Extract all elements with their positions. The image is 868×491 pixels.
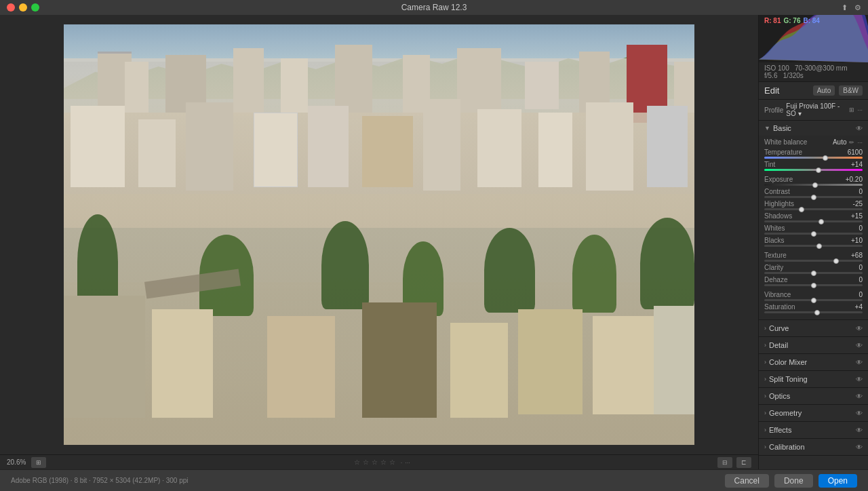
done-button[interactable]: Done xyxy=(774,474,813,488)
temperature-value: 6100 xyxy=(848,149,863,156)
split-toning-section[interactable]: › Split Toning 👁 xyxy=(759,371,868,388)
vibrance-label: Vibrance xyxy=(764,291,791,298)
geometry-eye-icon[interactable]: 👁 xyxy=(856,410,863,417)
main-area: 20.6% ⊞ ☆ ☆ ☆ ☆ ☆ · ··· ⊟ ⊏ R: 81 G: xyxy=(0,15,868,469)
dehaze-thumb[interactable] xyxy=(811,283,816,288)
shadows-label-row: Shadows +15 xyxy=(764,212,863,220)
saturation-thumb[interactable] xyxy=(814,310,820,315)
edit-title: Edit xyxy=(764,85,779,96)
clarity-thumb[interactable] xyxy=(811,271,816,276)
wb-value[interactable]: Auto xyxy=(833,138,847,146)
contrast-track[interactable] xyxy=(764,196,863,198)
star-1[interactable]: ☆ xyxy=(354,458,360,466)
detail-section[interactable]: › Detail 👁 xyxy=(759,337,868,354)
tint-label: Tint xyxy=(764,161,775,168)
texture-thumb[interactable] xyxy=(833,258,839,264)
contrast-value: 0 xyxy=(859,188,863,195)
separator: · xyxy=(401,459,403,466)
minimize-button[interactable] xyxy=(19,3,27,12)
curve-section-title: Curve xyxy=(769,324,789,332)
calibration-eye-icon[interactable]: 👁 xyxy=(856,444,863,451)
texture-value: +68 xyxy=(851,252,863,259)
optics-section[interactable]: › Optics 👁 xyxy=(759,388,868,405)
profile-value[interactable]: Fuji Provia 100F - SO ▾ xyxy=(786,102,846,117)
maximize-button[interactable] xyxy=(31,3,39,12)
star-5[interactable]: ☆ xyxy=(389,458,395,466)
curve-section[interactable]: › Curve 👁 xyxy=(759,320,868,337)
basic-section-header[interactable]: ▼ Basic 👁 xyxy=(759,121,868,136)
filmstrip-icon[interactable]: ⊟ xyxy=(717,457,732,468)
wb-options-icon[interactable]: ··· xyxy=(857,139,863,146)
close-button[interactable] xyxy=(7,3,15,12)
right-panel: R: 81 G: 76 B: 84 ISO 100 70-300@300 mm … xyxy=(758,15,868,469)
auto-button[interactable]: Auto xyxy=(813,85,835,96)
temperature-track[interactable] xyxy=(764,157,863,159)
histogram-labels: R: 81 G: 76 B: 84 xyxy=(764,17,820,24)
dehaze-track[interactable] xyxy=(764,284,863,286)
saturation-slider-row: Saturation +4 xyxy=(764,303,863,313)
wb-edit-icon[interactable]: ✏ xyxy=(849,139,854,146)
exposure-thumb[interactable] xyxy=(812,182,818,188)
image-area: 20.6% ⊞ ☆ ☆ ☆ ☆ ☆ · ··· ⊟ ⊏ xyxy=(0,15,758,469)
whites-label: Whites xyxy=(764,224,785,232)
vibrance-thumb[interactable] xyxy=(811,298,816,303)
basic-eye-icon[interactable]: 👁 xyxy=(856,125,863,132)
whites-thumb[interactable] xyxy=(811,231,816,237)
statusbar-bottom: 20.6% ⊞ ☆ ☆ ☆ ☆ ☆ · ··· ⊟ ⊏ xyxy=(0,454,758,469)
exposure-track[interactable] xyxy=(764,184,863,186)
open-button[interactable]: Open xyxy=(818,474,857,488)
panel-toggle-icon[interactable]: ⊏ xyxy=(736,457,751,468)
tint-track[interactable] xyxy=(764,169,863,171)
grid-icon[interactable]: ⊞ xyxy=(849,106,854,113)
highlights-value: -25 xyxy=(853,200,863,208)
geometry-section[interactable]: › Geometry 👁 xyxy=(759,405,868,422)
blacks-track[interactable] xyxy=(764,245,863,247)
shadows-thumb[interactable] xyxy=(818,219,824,224)
star-3[interactable]: ☆ xyxy=(372,458,378,466)
zoom-level: 20.6% xyxy=(7,458,26,466)
clarity-track[interactable] xyxy=(764,272,863,274)
edit-header: Edit Auto B&W xyxy=(759,82,868,100)
star-2[interactable]: ☆ xyxy=(363,458,369,466)
effects-section[interactable]: › Effects 👁 xyxy=(759,422,868,439)
optics-chevron: › xyxy=(764,393,766,399)
cancel-button[interactable]: Cancel xyxy=(725,474,769,488)
shutter-value: 1/320s xyxy=(783,72,804,79)
contrast-thumb[interactable] xyxy=(811,195,816,200)
saturation-track[interactable] xyxy=(764,311,863,313)
optics-eye-icon[interactable]: 👁 xyxy=(856,393,863,400)
split-toning-eye-icon[interactable]: 👁 xyxy=(856,376,863,383)
vibrance-value: 0 xyxy=(859,291,863,298)
texture-slider-row: Texture +68 xyxy=(764,252,863,262)
settings-icon[interactable]: ⚙ xyxy=(854,3,861,12)
color-mixer-eye-icon[interactable]: 👁 xyxy=(856,359,863,366)
contrast-label: Contrast xyxy=(764,188,790,195)
calibration-section[interactable]: › Calibration 👁 xyxy=(759,439,868,456)
star-4[interactable]: ☆ xyxy=(380,458,387,466)
detail-eye-icon[interactable]: 👁 xyxy=(856,342,863,349)
view-toggle-icon[interactable]: ⊞ xyxy=(31,457,46,468)
share-icon[interactable]: ⬆ xyxy=(842,3,848,12)
highlights-label: Highlights xyxy=(764,200,794,208)
curve-chevron: › xyxy=(764,325,766,332)
shadows-label: Shadows xyxy=(764,212,792,220)
curve-eye-icon[interactable]: 👁 xyxy=(856,325,863,332)
detail-section-title: Detail xyxy=(769,341,788,349)
effects-chevron: › xyxy=(764,427,766,433)
highlights-thumb[interactable] xyxy=(799,207,804,212)
effects-eye-icon[interactable]: 👁 xyxy=(856,427,863,434)
profile-settings-icon[interactable]: ··· xyxy=(857,106,863,113)
highlights-track[interactable] xyxy=(764,208,863,210)
color-mixer-section[interactable]: › Color Mixer 👁 xyxy=(759,354,868,371)
optics-section-left: › Optics xyxy=(764,392,790,400)
bw-button[interactable]: B&W xyxy=(839,85,863,96)
whites-track[interactable] xyxy=(764,233,863,235)
vibrance-track[interactable] xyxy=(764,299,863,301)
photo-container[interactable] xyxy=(0,15,758,454)
tint-thumb[interactable] xyxy=(816,168,821,173)
blacks-thumb[interactable] xyxy=(816,243,822,249)
texture-track[interactable] xyxy=(764,260,863,262)
temperature-thumb[interactable] xyxy=(823,155,828,161)
tint-slider-row: Tint +14 xyxy=(764,161,863,171)
shadows-track[interactable] xyxy=(764,220,863,222)
